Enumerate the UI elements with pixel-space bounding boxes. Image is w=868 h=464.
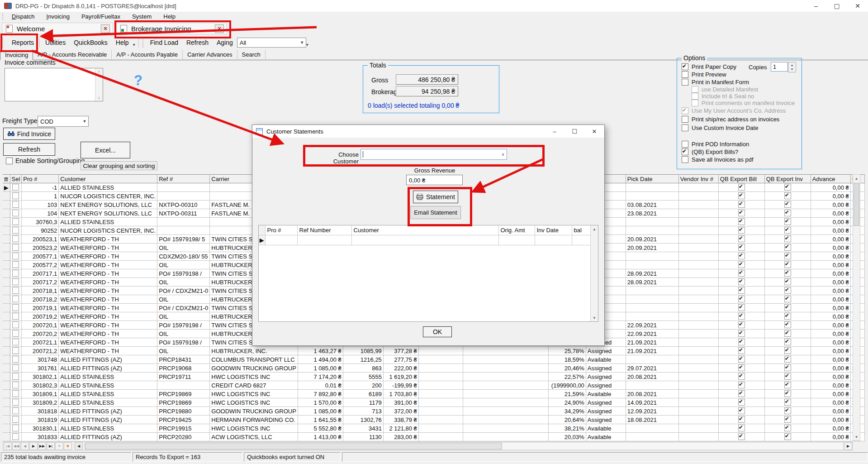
grid-cell[interactable] bbox=[626, 261, 678, 269]
grid-cell[interactable] bbox=[678, 373, 718, 381]
grid-cell[interactable]: 03.08.2021 bbox=[626, 201, 678, 209]
grid-cell[interactable] bbox=[678, 347, 718, 355]
grid-cell[interactable] bbox=[626, 218, 678, 226]
grid-cell[interactable] bbox=[463, 424, 548, 433]
grid-cell[interactable]: 21.09.2021 bbox=[626, 347, 678, 355]
grid-cell[interactable] bbox=[764, 398, 811, 407]
grid-cell[interactable]: 12.09.2021 bbox=[626, 407, 678, 416]
grid-cell[interactable] bbox=[678, 364, 718, 373]
grid-cell[interactable] bbox=[764, 295, 811, 304]
grid-cell[interactable]: 0,00 ₴ bbox=[811, 381, 850, 390]
grid-cell[interactable] bbox=[157, 381, 210, 390]
qb-export-inv-checkbox[interactable] bbox=[784, 235, 791, 242]
grid-cell[interactable] bbox=[10, 226, 22, 235]
close-icon[interactable]: ✕ bbox=[847, 0, 868, 12]
grid-cell[interactable]: NXTPO-00310 bbox=[157, 201, 210, 209]
qb-export-inv-checkbox[interactable] bbox=[784, 321, 791, 328]
grid-cell[interactable]: HWC LOGISTICS INC bbox=[210, 398, 298, 407]
grid-header-qb-export-bill[interactable]: QB Export Bill bbox=[718, 175, 764, 183]
grid-cell[interactable]: 0,00 ₴ bbox=[811, 244, 850, 252]
grid-cell[interactable] bbox=[463, 355, 548, 364]
qb-export-inv-checkbox[interactable] bbox=[784, 390, 791, 397]
grid-cell[interactable] bbox=[764, 381, 811, 390]
grid-cell[interactable]: NEXT ENERGY SOLUTIONS, LLC bbox=[59, 209, 157, 218]
sel-checkbox[interactable] bbox=[12, 218, 19, 225]
grid-cell[interactable]: Assigned bbox=[586, 347, 626, 355]
grid-cell[interactable] bbox=[418, 416, 463, 424]
excel-button[interactable]: Excel... bbox=[81, 142, 130, 158]
grid-cell[interactable] bbox=[418, 364, 463, 373]
sel-checkbox[interactable] bbox=[12, 373, 19, 380]
grid-cell[interactable] bbox=[764, 244, 811, 252]
grid-cell[interactable]: 301802,1 bbox=[22, 373, 59, 381]
grid-row[interactable]: 301830,1ALLIED STAINLESSPRCP19915HWC LOG… bbox=[3, 424, 864, 433]
checkbox-icon[interactable] bbox=[6, 158, 13, 164]
grid-cell[interactable]: 200718,2 bbox=[22, 295, 59, 304]
grid-cell[interactable]: 22.09.2021 bbox=[626, 330, 678, 338]
statement-cell[interactable] bbox=[572, 235, 591, 245]
grid-cell[interactable]: 22.09.2021 bbox=[626, 321, 678, 330]
grid-cell[interactable]: HWC LOGISTICS INC bbox=[210, 373, 298, 381]
scrollbar-thumb[interactable] bbox=[854, 183, 859, 226]
grid-cell[interactable] bbox=[764, 209, 811, 218]
grid-cell[interactable]: 0,00 ₴ bbox=[811, 424, 850, 433]
sel-checkbox[interactable] bbox=[12, 304, 19, 311]
qb-export-bill-checkbox[interactable] bbox=[738, 407, 745, 414]
statement-button[interactable]: Statement bbox=[413, 191, 458, 203]
grid-cell[interactable] bbox=[626, 295, 678, 304]
grid-cell[interactable] bbox=[10, 381, 22, 390]
grid-cell[interactable]: 1130 bbox=[343, 433, 383, 441]
grid-cell[interactable] bbox=[718, 433, 764, 441]
statement-cell[interactable] bbox=[535, 235, 572, 245]
grid-cell[interactable]: 0,00 ₴ bbox=[811, 364, 850, 373]
grid-cell[interactable] bbox=[157, 183, 210, 192]
grid-cell[interactable]: 338,79 ₴ bbox=[383, 416, 418, 424]
grid-cell[interactable] bbox=[718, 407, 764, 416]
grid-vertical-scrollbar[interactable]: ▲ ▼ bbox=[853, 174, 860, 441]
scroll-up-icon[interactable]: ▲ bbox=[853, 175, 860, 182]
sel-checkbox[interactable] bbox=[12, 192, 19, 199]
statement-cell[interactable] bbox=[265, 235, 297, 245]
grid-cell[interactable] bbox=[626, 287, 678, 295]
grid-cell[interactable]: 0,00 ₴ bbox=[811, 235, 850, 244]
grid-cell[interactable]: 0,00 ₴ bbox=[811, 338, 850, 347]
grid-cell[interactable] bbox=[626, 433, 678, 441]
grid-cell[interactable]: 200577,2 bbox=[22, 261, 59, 269]
grid-cell[interactable]: 28.09.2021 bbox=[626, 269, 678, 278]
grid-cell[interactable]: 277,75 ₴ bbox=[383, 355, 418, 364]
grid-cell[interactable] bbox=[10, 355, 22, 364]
grid-cell[interactable] bbox=[764, 390, 811, 398]
grid-cell[interactable]: 0,00 ₴ bbox=[811, 321, 850, 330]
grid-cell[interactable] bbox=[678, 261, 718, 269]
grid-cell[interactable]: PRCP19869 bbox=[157, 398, 210, 407]
grid-cell[interactable] bbox=[678, 355, 718, 364]
email-statement-button[interactable]: Email Statement bbox=[410, 206, 461, 219]
qb-export-bill-checkbox[interactable] bbox=[738, 373, 745, 380]
grid-row[interactable]: 301833ALLIED FITTINGS (AZ)PRCP20280ACW L… bbox=[3, 433, 864, 441]
qb-export-bill-checkbox[interactable] bbox=[738, 261, 745, 268]
qb-export-bill-checkbox[interactable] bbox=[738, 347, 745, 354]
quickbooks-button[interactable]: QuickBooks bbox=[70, 36, 112, 49]
grid-cell[interactable] bbox=[718, 287, 764, 295]
statement-cell[interactable] bbox=[297, 235, 351, 245]
qb-export-bill-checkbox[interactable] bbox=[738, 192, 745, 199]
sel-checkbox[interactable] bbox=[12, 313, 19, 320]
menu-item-invoicing[interactable]: Invoicing bbox=[41, 12, 76, 22]
grid-cell[interactable]: 713 bbox=[343, 407, 383, 416]
sel-checkbox[interactable] bbox=[12, 356, 19, 363]
grid-cell[interactable]: PRCP19915 bbox=[157, 424, 210, 433]
grid-cell[interactable]: OIL bbox=[157, 347, 210, 355]
grid-cell[interactable] bbox=[626, 252, 678, 261]
grid-cell[interactable]: Assigned bbox=[586, 416, 626, 424]
sel-checkbox[interactable] bbox=[12, 330, 19, 337]
statement-header-bal[interactable]: bal bbox=[572, 225, 591, 235]
grid-cell[interactable] bbox=[10, 183, 22, 192]
grid-cell[interactable]: WEATHERFORD - TH bbox=[59, 338, 157, 347]
grid-cell[interactable]: 301818 bbox=[22, 407, 59, 416]
grid-cell[interactable]: 0,00 ₴ bbox=[811, 433, 850, 441]
scroll-down-icon[interactable]: ▼ bbox=[853, 433, 860, 440]
option-checkbox-print-paper-copy[interactable] bbox=[682, 63, 688, 70]
grid-cell[interactable]: NEXT ENERGY SOLUTIONS, LLC bbox=[59, 201, 157, 209]
nav-filter-button[interactable]: ▼ bbox=[64, 442, 72, 450]
qb-export-bill-checkbox[interactable] bbox=[738, 304, 745, 311]
